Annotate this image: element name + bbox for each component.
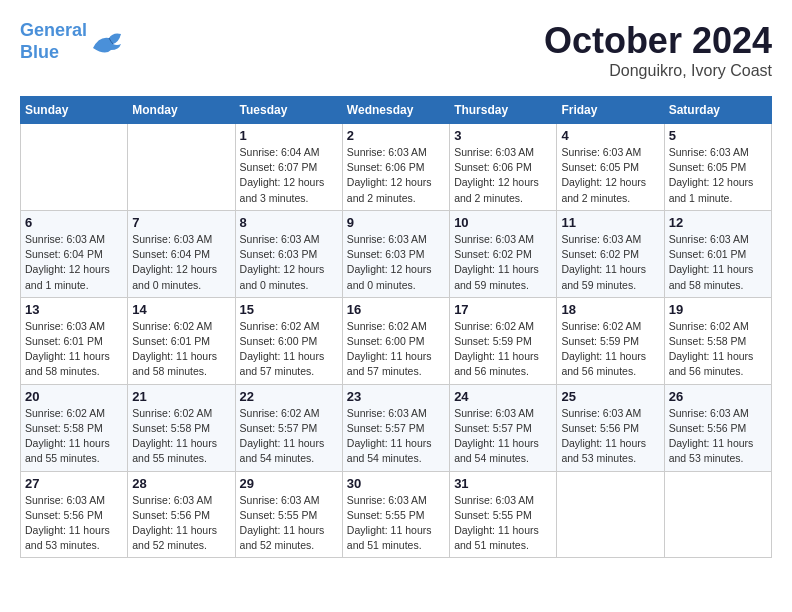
calendar-cell: 24Sunrise: 6:03 AM Sunset: 5:57 PM Dayli… [450, 384, 557, 471]
day-number: 28 [132, 476, 230, 491]
day-info: Sunrise: 6:03 AM Sunset: 6:06 PM Dayligh… [347, 145, 445, 206]
calendar-cell [557, 471, 664, 558]
calendar-cell: 16Sunrise: 6:02 AM Sunset: 6:00 PM Dayli… [342, 297, 449, 384]
day-info: Sunrise: 6:03 AM Sunset: 6:02 PM Dayligh… [561, 232, 659, 293]
day-info: Sunrise: 6:02 AM Sunset: 5:59 PM Dayligh… [454, 319, 552, 380]
calendar-cell: 15Sunrise: 6:02 AM Sunset: 6:00 PM Dayli… [235, 297, 342, 384]
calendar-cell: 20Sunrise: 6:02 AM Sunset: 5:58 PM Dayli… [21, 384, 128, 471]
calendar-cell: 9Sunrise: 6:03 AM Sunset: 6:03 PM Daylig… [342, 210, 449, 297]
calendar-week-row: 13Sunrise: 6:03 AM Sunset: 6:01 PM Dayli… [21, 297, 772, 384]
weekday-header: Wednesday [342, 97, 449, 124]
day-info: Sunrise: 6:03 AM Sunset: 6:05 PM Dayligh… [561, 145, 659, 206]
day-info: Sunrise: 6:03 AM Sunset: 5:57 PM Dayligh… [454, 406, 552, 467]
calendar-cell [664, 471, 771, 558]
day-info: Sunrise: 6:03 AM Sunset: 5:56 PM Dayligh… [132, 493, 230, 554]
calendar-cell: 1Sunrise: 6:04 AM Sunset: 6:07 PM Daylig… [235, 124, 342, 211]
day-info: Sunrise: 6:03 AM Sunset: 6:04 PM Dayligh… [25, 232, 123, 293]
day-number: 1 [240, 128, 338, 143]
day-info: Sunrise: 6:03 AM Sunset: 5:56 PM Dayligh… [669, 406, 767, 467]
day-number: 7 [132, 215, 230, 230]
title-block: October 2024 Donguikro, Ivory Coast [544, 20, 772, 80]
day-number: 29 [240, 476, 338, 491]
day-number: 23 [347, 389, 445, 404]
day-number: 11 [561, 215, 659, 230]
day-info: Sunrise: 6:03 AM Sunset: 6:05 PM Dayligh… [669, 145, 767, 206]
day-number: 14 [132, 302, 230, 317]
weekday-header: Sunday [21, 97, 128, 124]
day-number: 9 [347, 215, 445, 230]
calendar-cell: 25Sunrise: 6:03 AM Sunset: 5:56 PM Dayli… [557, 384, 664, 471]
calendar-cell: 6Sunrise: 6:03 AM Sunset: 6:04 PM Daylig… [21, 210, 128, 297]
calendar-cell [21, 124, 128, 211]
calendar-cell: 26Sunrise: 6:03 AM Sunset: 5:56 PM Dayli… [664, 384, 771, 471]
weekday-header: Friday [557, 97, 664, 124]
day-info: Sunrise: 6:03 AM Sunset: 5:55 PM Dayligh… [454, 493, 552, 554]
day-info: Sunrise: 6:03 AM Sunset: 6:04 PM Dayligh… [132, 232, 230, 293]
month-title: October 2024 [544, 20, 772, 62]
day-info: Sunrise: 6:03 AM Sunset: 6:01 PM Dayligh… [25, 319, 123, 380]
weekday-header: Thursday [450, 97, 557, 124]
day-number: 8 [240, 215, 338, 230]
logo-text: General [20, 20, 87, 42]
day-number: 22 [240, 389, 338, 404]
calendar-cell: 10Sunrise: 6:03 AM Sunset: 6:02 PM Dayli… [450, 210, 557, 297]
calendar-cell: 29Sunrise: 6:03 AM Sunset: 5:55 PM Dayli… [235, 471, 342, 558]
day-number: 12 [669, 215, 767, 230]
logo-bird-icon [91, 28, 127, 56]
day-number: 19 [669, 302, 767, 317]
day-info: Sunrise: 6:02 AM Sunset: 5:58 PM Dayligh… [25, 406, 123, 467]
day-info: Sunrise: 6:03 AM Sunset: 6:03 PM Dayligh… [347, 232, 445, 293]
day-info: Sunrise: 6:03 AM Sunset: 5:55 PM Dayligh… [240, 493, 338, 554]
calendar-cell: 28Sunrise: 6:03 AM Sunset: 5:56 PM Dayli… [128, 471, 235, 558]
weekday-header: Saturday [664, 97, 771, 124]
day-number: 26 [669, 389, 767, 404]
weekday-header: Monday [128, 97, 235, 124]
calendar-cell: 23Sunrise: 6:03 AM Sunset: 5:57 PM Dayli… [342, 384, 449, 471]
day-number: 15 [240, 302, 338, 317]
calendar-cell: 13Sunrise: 6:03 AM Sunset: 6:01 PM Dayli… [21, 297, 128, 384]
calendar-cell: 19Sunrise: 6:02 AM Sunset: 5:58 PM Dayli… [664, 297, 771, 384]
day-number: 18 [561, 302, 659, 317]
calendar-table: SundayMondayTuesdayWednesdayThursdayFrid… [20, 96, 772, 558]
day-info: Sunrise: 6:04 AM Sunset: 6:07 PM Dayligh… [240, 145, 338, 206]
calendar-cell: 18Sunrise: 6:02 AM Sunset: 5:59 PM Dayli… [557, 297, 664, 384]
day-number: 2 [347, 128, 445, 143]
day-info: Sunrise: 6:03 AM Sunset: 6:03 PM Dayligh… [240, 232, 338, 293]
day-info: Sunrise: 6:03 AM Sunset: 6:01 PM Dayligh… [669, 232, 767, 293]
day-number: 21 [132, 389, 230, 404]
day-info: Sunrise: 6:02 AM Sunset: 5:59 PM Dayligh… [561, 319, 659, 380]
day-info: Sunrise: 6:02 AM Sunset: 6:01 PM Dayligh… [132, 319, 230, 380]
calendar-week-row: 20Sunrise: 6:02 AM Sunset: 5:58 PM Dayli… [21, 384, 772, 471]
day-info: Sunrise: 6:03 AM Sunset: 5:56 PM Dayligh… [25, 493, 123, 554]
day-info: Sunrise: 6:02 AM Sunset: 5:57 PM Dayligh… [240, 406, 338, 467]
day-number: 27 [25, 476, 123, 491]
day-number: 10 [454, 215, 552, 230]
day-info: Sunrise: 6:02 AM Sunset: 6:00 PM Dayligh… [347, 319, 445, 380]
day-info: Sunrise: 6:03 AM Sunset: 6:06 PM Dayligh… [454, 145, 552, 206]
day-number: 24 [454, 389, 552, 404]
calendar-cell [128, 124, 235, 211]
calendar-cell: 30Sunrise: 6:03 AM Sunset: 5:55 PM Dayli… [342, 471, 449, 558]
calendar-cell: 31Sunrise: 6:03 AM Sunset: 5:55 PM Dayli… [450, 471, 557, 558]
day-info: Sunrise: 6:03 AM Sunset: 6:02 PM Dayligh… [454, 232, 552, 293]
calendar-cell: 12Sunrise: 6:03 AM Sunset: 6:01 PM Dayli… [664, 210, 771, 297]
calendar-week-row: 27Sunrise: 6:03 AM Sunset: 5:56 PM Dayli… [21, 471, 772, 558]
day-info: Sunrise: 6:03 AM Sunset: 5:55 PM Dayligh… [347, 493, 445, 554]
day-number: 25 [561, 389, 659, 404]
calendar-cell: 8Sunrise: 6:03 AM Sunset: 6:03 PM Daylig… [235, 210, 342, 297]
day-number: 5 [669, 128, 767, 143]
calendar-week-row: 6Sunrise: 6:03 AM Sunset: 6:04 PM Daylig… [21, 210, 772, 297]
calendar-cell: 27Sunrise: 6:03 AM Sunset: 5:56 PM Dayli… [21, 471, 128, 558]
calendar-cell: 4Sunrise: 6:03 AM Sunset: 6:05 PM Daylig… [557, 124, 664, 211]
day-number: 6 [25, 215, 123, 230]
day-info: Sunrise: 6:02 AM Sunset: 6:00 PM Dayligh… [240, 319, 338, 380]
calendar-cell: 2Sunrise: 6:03 AM Sunset: 6:06 PM Daylig… [342, 124, 449, 211]
calendar-header: SundayMondayTuesdayWednesdayThursdayFrid… [21, 97, 772, 124]
day-number: 30 [347, 476, 445, 491]
day-number: 20 [25, 389, 123, 404]
calendar-cell: 7Sunrise: 6:03 AM Sunset: 6:04 PM Daylig… [128, 210, 235, 297]
calendar-cell: 17Sunrise: 6:02 AM Sunset: 5:59 PM Dayli… [450, 297, 557, 384]
day-info: Sunrise: 6:02 AM Sunset: 5:58 PM Dayligh… [669, 319, 767, 380]
day-number: 16 [347, 302, 445, 317]
day-number: 17 [454, 302, 552, 317]
